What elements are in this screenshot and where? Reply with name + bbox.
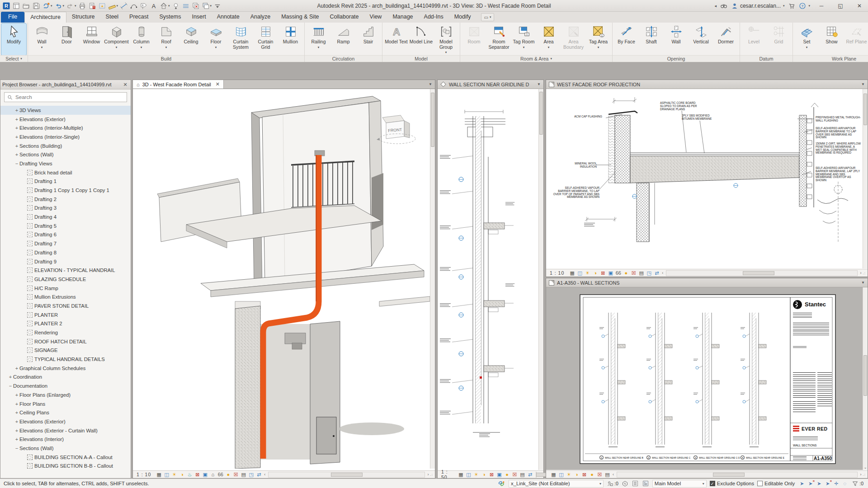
ribbon-button[interactable]: Room Separator▾ [486, 23, 511, 55]
view-control-icon[interactable]: ▣ [495, 471, 503, 478]
ribbon-button[interactable]: Grid▾ [766, 23, 791, 55]
view-control-icon[interactable]: ☀ [584, 270, 591, 277]
ribbon-tab[interactable]: Collaborate [325, 12, 364, 23]
tree-item[interactable]: − Documentation [0, 381, 131, 390]
selection-toggle-icon[interactable]: ➤ [815, 480, 823, 487]
ribbon-button[interactable]: Set▾ [794, 23, 819, 55]
scale-button[interactable]: 1 : 10 [548, 270, 568, 276]
ribbon-button[interactable]: Wall▾ [29, 23, 54, 55]
view-control-icon[interactable]: ▣ [201, 471, 209, 478]
tree-item[interactable]: SIGNAGE [0, 346, 131, 355]
qat-button[interactable]: ▾ [171, 1, 180, 11]
qat-button[interactable]: ▾ [22, 1, 31, 11]
ribbon-tab[interactable]: Structure [66, 12, 100, 23]
qat-button[interactable]: ▾ [149, 1, 158, 11]
ribbon-tab[interactable]: Steel [100, 12, 124, 23]
view-header-wall-section[interactable]: WALL SECTION NEAR GRIDLINE D ▼ [438, 80, 543, 89]
ribbon-button[interactable]: Tag Room▾ [511, 23, 536, 55]
tab-3d-view[interactable]: ⌂ 3D - West Facade Room Detail ✕ [133, 80, 224, 89]
ribbon-tab[interactable]: Modify [449, 12, 476, 23]
tree-item[interactable]: Drafting 6 [0, 230, 131, 239]
view-control-icon[interactable]: ◑ [591, 270, 599, 277]
tree-item[interactable]: BUILDING SECTION B-B - Callout [0, 462, 131, 471]
search-box[interactable] [4, 92, 127, 102]
view-control-icon[interactable]: ⊠ [488, 471, 495, 478]
qat-button[interactable]: ▾ [139, 1, 148, 11]
tree-item[interactable]: Drafting 5 [0, 221, 131, 230]
tree-item[interactable]: + Elevations (Interior) [0, 435, 131, 444]
view-control-icon[interactable]: ◫ [557, 471, 565, 478]
wall-section-canvas[interactable] [438, 89, 538, 470]
ribbon-button[interactable]: Door▾ [54, 23, 79, 55]
scale-button[interactable]: 1 : 10 [135, 472, 155, 477]
view-control-icon[interactable]: ◳ [247, 471, 255, 478]
ribbon-button[interactable]: Room▾ [462, 23, 486, 55]
tree-item[interactable]: + Elevations (Exterior) [0, 417, 131, 426]
view-menu-icon[interactable]: ▼ [861, 82, 865, 86]
ribbon-button[interactable]: Vertical▾ [689, 23, 713, 55]
qat-button[interactable]: ▾ [32, 1, 41, 11]
view-control-icon[interactable]: 66 [614, 270, 622, 277]
view-control-icon[interactable]: ⊠ [599, 270, 607, 277]
view-control-icon[interactable]: ☒ [232, 471, 240, 478]
expand-collapse-icon[interactable]: − [14, 161, 19, 166]
close-icon[interactable]: ✕ [122, 82, 129, 88]
active-workset-select[interactable]: x_Link_Site (Not Editable) ▾ [509, 480, 604, 488]
view-control-icon[interactable]: ◑ [178, 471, 186, 478]
expand-collapse-icon[interactable]: + [14, 401, 19, 407]
tree-item[interactable]: + Coordination [0, 373, 131, 382]
resize-grip[interactable]: .: [863, 473, 866, 477]
ribbon-button[interactable]: Show▾ [819, 23, 844, 55]
view-control-icon[interactable]: ⇄ [526, 471, 534, 478]
view-control-icon[interactable]: ☒ [630, 270, 637, 277]
roof-detail-canvas[interactable]: ACM CAP FLASHING ASPHALTIC CORE BOARD SL… [546, 89, 863, 268]
qat-button[interactable]: ▾ [2, 1, 11, 11]
design-options-icon[interactable] [632, 480, 639, 487]
horizontal-scrollbar[interactable] [536, 472, 537, 478]
vertical-scrollbar[interactable] [538, 89, 543, 470]
ribbon-button[interactable]: Roof▾ [154, 23, 179, 55]
ribbon-button[interactable]: Model Text▾ [384, 23, 409, 55]
close-button[interactable]: ✕ [852, 0, 867, 12]
ribbon-tab[interactable]: View [364, 12, 387, 23]
view-control-icon[interactable]: ◫ [576, 270, 584, 277]
tree-item[interactable]: + Sections (Building) [0, 141, 131, 150]
view-control-icon[interactable]: ▦ [568, 270, 576, 277]
view-control-icon[interactable]: ☀ [170, 471, 178, 478]
tree-item[interactable]: Brick head detail [0, 168, 131, 177]
qat-button[interactable]: ▾ [108, 1, 119, 11]
tree-item[interactable]: PLANTER 2 [0, 319, 131, 328]
manage-links-icon[interactable] [498, 480, 505, 488]
view-control-icon[interactable]: ☒ [511, 471, 519, 478]
tree-item[interactable]: + Floor Plans (Enlarged) [0, 390, 131, 399]
tree-item[interactable]: + Elevations (Interior-Single) [0, 132, 131, 141]
qat-button[interactable]: ▾ [54, 1, 65, 11]
ribbon-button[interactable]: Ceiling▾ [179, 23, 203, 55]
scroll-left-icon[interactable]: ‹ [612, 472, 615, 477]
view-control-icon[interactable]: ◫ [465, 471, 472, 478]
view-control-icon[interactable]: ⊠ [193, 471, 201, 478]
search-input[interactable] [15, 94, 124, 100]
view-control-icon[interactable]: ▤ [240, 471, 247, 478]
app-store-button[interactable] [788, 2, 795, 9]
view-control-icon[interactable]: ☀ [565, 471, 573, 478]
tree-item[interactable]: PLANTER [0, 310, 131, 319]
ribbon-tab[interactable]: Annotate [212, 12, 245, 23]
view-control-icon[interactable]: ● [503, 471, 511, 478]
ribbon-panel-label[interactable]: Select▾ [0, 55, 28, 62]
tree-item[interactable]: Rendering [0, 328, 131, 337]
view-control-icon[interactable]: ◫ [163, 471, 170, 478]
qat-button[interactable]: ▾ [12, 1, 21, 11]
ribbon-panel-label[interactable]: Opening▾ [613, 55, 740, 62]
scroll-right-icon[interactable]: › [427, 472, 430, 477]
scroll-left-icon[interactable]: ‹ [661, 271, 664, 275]
tree-item[interactable]: BUILDING SECTION A-A - Callout [0, 453, 131, 462]
ribbon-button[interactable]: Stair▾ [356, 23, 381, 55]
tree-item[interactable]: Drafting 8 [0, 248, 131, 257]
ribbon-button[interactable]: Tag Area▾ [586, 23, 611, 55]
tree-item[interactable]: H/C Ramp [0, 284, 131, 293]
view-control-icon[interactable]: ◑ [573, 471, 580, 478]
expand-collapse-icon[interactable]: − [14, 446, 19, 451]
scroll-right-icon[interactable]: › [859, 271, 863, 275]
vertical-scrollbar[interactable] [863, 89, 868, 268]
